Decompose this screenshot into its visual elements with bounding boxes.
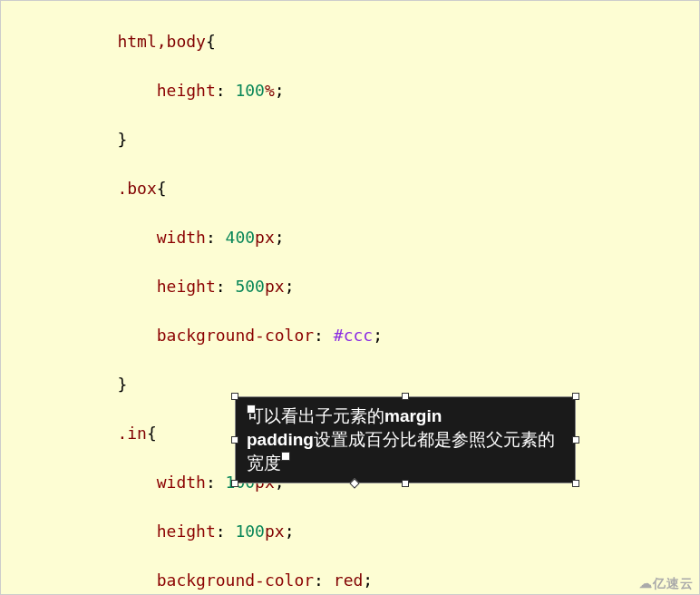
code-line: background-color: red; [1, 568, 699, 592]
code-line: .box{ [1, 176, 699, 200]
resize-handle[interactable] [231, 436, 238, 444]
code-line: height: 100px; [1, 519, 699, 543]
resize-handle[interactable] [402, 480, 409, 487]
code-line: html,body{ [1, 29, 699, 54]
resize-handle[interactable] [402, 393, 409, 400]
resize-handle[interactable] [231, 393, 238, 400]
code-line: } [1, 127, 699, 151]
resize-handle[interactable] [572, 393, 579, 400]
resize-handle[interactable] [572, 436, 579, 444]
code-line: height: 500px; [1, 274, 699, 298]
code-line: height: 100%; [1, 78, 699, 102]
code-line: background-color: #ccc; [1, 323, 699, 347]
annotation-tooltip[interactable]: 可以看出子元素的marginpadding设置成百分比都是参照父元素的宽度 [235, 396, 576, 483]
resize-handle[interactable] [572, 480, 579, 487]
watermark-logo: ☁亿速云 [639, 576, 694, 592]
tooltip-text: 可以看出子元素的marginpadding设置成百分比都是参照父元素的宽度 [247, 406, 555, 473]
resize-handle[interactable] [231, 480, 238, 487]
code-editor: html,body{ height: 100%; } .box{ width: … [1, 1, 699, 595]
code-line: width: 400px; [1, 225, 699, 249]
code-line: } [1, 372, 699, 396]
